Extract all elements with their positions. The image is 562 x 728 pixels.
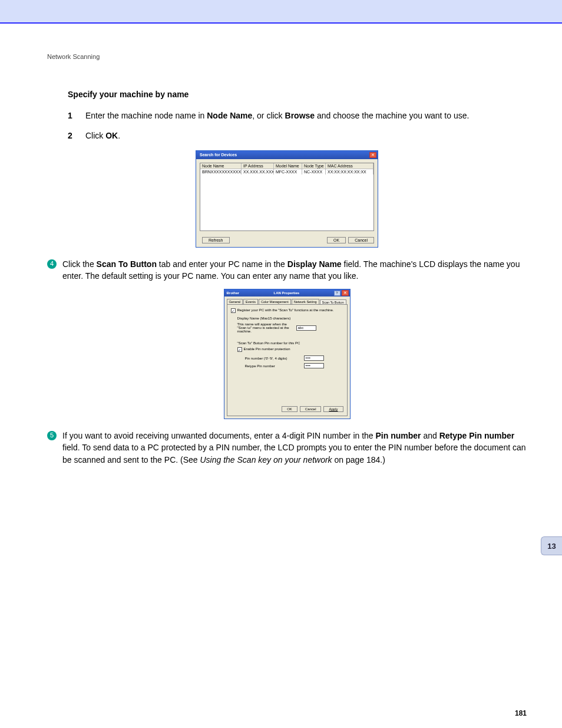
step-badge-5: 5 <box>47 431 57 440</box>
display-name-input[interactable]: abc <box>296 325 316 331</box>
register-pc-checkbox[interactable]: ✓ <box>231 308 236 313</box>
scan-to-button-tab-label: Scan To Button <box>97 259 157 269</box>
substep-text: Enter the machine node name in Node Name… <box>85 110 527 121</box>
display-name-label: Display Name <box>287 259 342 269</box>
substep-number: 2 <box>68 130 85 141</box>
page-body: Network Scanning Specify your machine by… <box>0 24 562 728</box>
substep-text: Click OK. <box>85 130 527 141</box>
text: on page 184.) <box>332 455 385 465</box>
table-header-row: Node Name IP Address Model Name Node Typ… <box>200 163 373 169</box>
section-title: Specify your machine by name <box>68 90 527 99</box>
cell-mac-address: XX:XX:XX:XX:XX:XX <box>326 169 373 174</box>
cross-reference-link[interactable]: Using the Scan key on your network <box>200 455 332 465</box>
browse-label: Browse <box>285 111 315 120</box>
cell-node-name: BRNXXXXXXXXXXXX <box>200 169 242 174</box>
register-pc-label: Register your PC with the "Scan To" func… <box>237 308 334 312</box>
pin-number-row: Pin number ('0'-'9', 4 digits) •••• <box>245 355 343 361</box>
search-devices-dialog: Search for Devices ✕ Node Name IP Addres… <box>196 150 378 248</box>
tab-strip: General Events Color Management Network … <box>227 299 348 304</box>
tab-color-management[interactable]: Color Management <box>259 299 291 304</box>
spacer <box>230 237 325 243</box>
table-row[interactable]: BRNXXXXXXXXXXXX XX.XXX.XX.XXX MFC-XXXX N… <box>200 169 373 174</box>
step-5: 5 If you want to avoid receiving unwante… <box>47 430 527 466</box>
col-model-name: Model Name <box>274 163 302 169</box>
pin-section-header: "Scan To" Button Pin number for this PC <box>237 341 343 345</box>
retype-pin-label: Retype Pin number <box>245 364 304 368</box>
text: Enter the machine node name in <box>85 111 207 120</box>
pin-number-field-label: Pin number <box>376 431 421 440</box>
step-badge-4: 4 <box>47 259 57 269</box>
running-header: Network Scanning <box>47 53 527 60</box>
refresh-button[interactable]: Refresh <box>202 237 230 243</box>
dialog-button-row: OK Cancel Apply <box>279 406 343 412</box>
text: . <box>118 131 120 140</box>
dialog-titlebar: Brother LAN Properties ? ✕ <box>224 289 350 297</box>
close-icon[interactable]: ✕ <box>369 152 376 158</box>
dialog-titlebar: Search for Devices ✕ <box>196 151 378 159</box>
pin-number-input[interactable]: •••• <box>304 355 324 361</box>
substep-2: 2 Click OK. <box>68 130 527 141</box>
spacer <box>231 335 343 341</box>
dialog-title: Search for Devices <box>197 153 369 157</box>
step-text: Click the Scan To Button tab and enter y… <box>62 258 527 282</box>
cancel-button[interactable]: Cancel <box>300 406 322 412</box>
ok-label: OK <box>105 131 118 140</box>
enable-pin-checkbox[interactable]: ✓ <box>237 347 242 352</box>
substep-number: 1 <box>68 110 85 121</box>
display-name-row: This name will appear when the "Scan to"… <box>237 322 343 333</box>
numbered-substeps: 1 Enter the machine node name in Node Na… <box>68 110 527 142</box>
text: and <box>421 431 439 440</box>
text: Click the <box>62 259 97 269</box>
node-name-label: Node Name <box>207 111 252 120</box>
device-table: Node Name IP Address Model Name Node Typ… <box>200 163 374 231</box>
col-node-type: Node Type <box>302 163 326 169</box>
text: If you want to avoid receiving unwanted … <box>62 431 376 440</box>
cell-ip-address: XX.XXX.XX.XXX <box>242 169 274 174</box>
dialog-title-left: Brother <box>226 291 240 295</box>
retype-pin-row: Retype Pin number •••• <box>245 363 343 368</box>
lan-properties-dialog: Brother LAN Properties ? ✕ General Event… <box>224 289 351 419</box>
dialog-title-center: LAN Properties <box>239 291 333 295</box>
ok-button[interactable]: OK <box>282 406 297 412</box>
tab-general[interactable]: General <box>227 299 243 304</box>
chapter-tab[interactable]: 13 <box>541 536 562 555</box>
substep-1: 1 Enter the machine node name in Node Na… <box>68 110 527 121</box>
tab-network-setting[interactable]: Network Setting <box>292 299 319 304</box>
text: tab and enter your PC name in the <box>157 259 287 269</box>
cell-model-name: MFC-XXXX <box>274 169 302 174</box>
col-mac-address: MAC Address <box>326 163 373 169</box>
retype-pin-input[interactable]: •••• <box>304 363 324 368</box>
display-name-label-1: Display Name (Max15 characters) <box>237 317 343 320</box>
register-pc-row: ✓ Register your PC with the "Scan To" fu… <box>231 308 343 313</box>
text: , or click <box>252 111 285 120</box>
text: and choose the machine you want to use. <box>315 111 469 120</box>
enable-pin-row: ✓ Enable Pin number protection <box>237 347 343 352</box>
col-node-name: Node Name <box>200 163 242 169</box>
retype-pin-field-label: Retype Pin number <box>439 431 515 440</box>
help-icon[interactable]: ? <box>334 291 340 296</box>
enable-pin-label: Enable Pin number protection <box>244 347 290 351</box>
top-strip <box>0 0 562 24</box>
page-number: 181 <box>515 709 527 717</box>
cell-node-type: NC-XXXX <box>302 169 326 174</box>
tab-panel-scan-to-button: ✓ Register your PC with the "Scan To" fu… <box>227 304 348 416</box>
cancel-button[interactable]: Cancel <box>348 237 374 243</box>
display-name-label-2: This name will appear when the "Scan to"… <box>237 322 296 333</box>
ok-button[interactable]: OK <box>327 237 346 243</box>
apply-button[interactable]: Apply <box>323 406 343 412</box>
close-icon[interactable]: ✕ <box>342 290 349 296</box>
step-4: 4 Click the Scan To Button tab and enter… <box>47 258 527 282</box>
step-text: If you want to avoid receiving unwanted … <box>62 430 527 466</box>
text: Click <box>85 131 105 140</box>
pin-number-label: Pin number ('0'-'9', 4 digits) <box>245 357 304 360</box>
table-empty-space <box>200 174 373 230</box>
dialog-button-row: Refresh OK Cancel <box>196 235 378 247</box>
col-ip-address: IP Address <box>242 163 274 169</box>
apply-underline: Apply <box>329 407 338 411</box>
tab-events[interactable]: Events <box>243 299 258 304</box>
